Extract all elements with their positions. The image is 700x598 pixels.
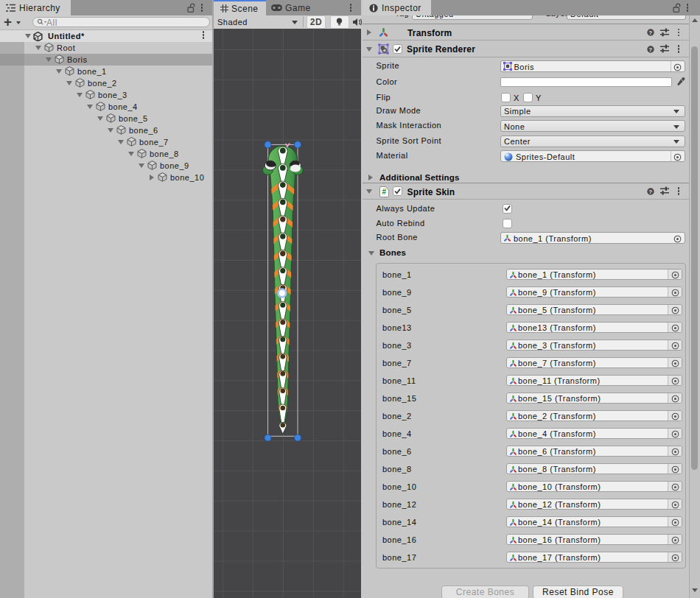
svg-text:?: ? <box>649 188 653 194</box>
svg-text:?: ? <box>649 46 653 52</box>
svg-text:#: # <box>382 188 386 196</box>
svg-text:?: ? <box>649 29 653 36</box>
